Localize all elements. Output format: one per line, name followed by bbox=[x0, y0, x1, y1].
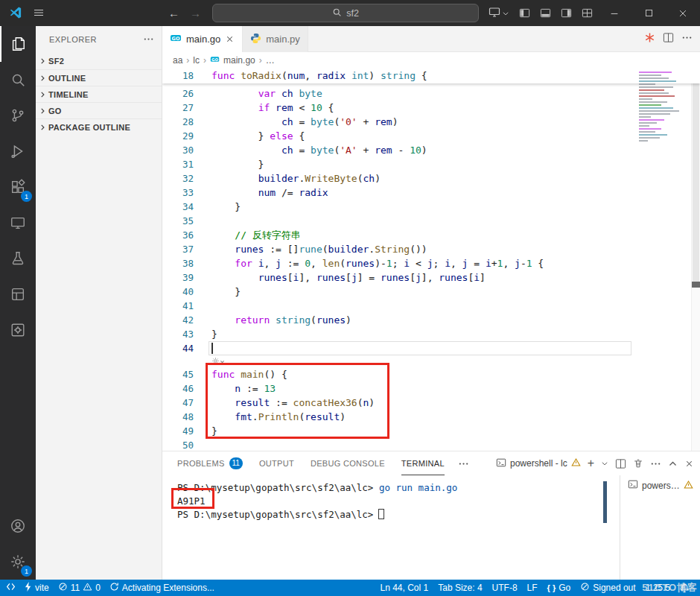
panel-tab-problems[interactable]: PROBLEMS11 bbox=[177, 451, 243, 475]
code-line-40[interactable]: 40 } bbox=[162, 285, 691, 299]
tab-main-go[interactable]: GO main.go bbox=[162, 26, 243, 52]
minimize-button[interactable] bbox=[597, 0, 631, 26]
sidebar-section-outline[interactable]: OUTLINE bbox=[36, 69, 162, 86]
more-actions-icon[interactable] bbox=[143, 34, 154, 46]
more-actions-icon[interactable] bbox=[681, 32, 693, 46]
codelens-row[interactable] bbox=[162, 355, 691, 367]
source-control-icon[interactable] bbox=[0, 98, 36, 133]
terminal-selector[interactable]: powershell - lc bbox=[496, 457, 581, 470]
code-line-27[interactable]: 27 if rem < 10 { bbox=[162, 101, 691, 115]
cursor-position-item[interactable]: Ln 44, Col 1 bbox=[380, 583, 428, 593]
breadcrumb-folder[interactable]: aa bbox=[173, 55, 182, 66]
code-line-35[interactable]: 35 bbox=[162, 214, 691, 228]
code-line-28[interactable]: 28 ch = byte('0' + rem) bbox=[162, 115, 691, 129]
testing-icon[interactable] bbox=[0, 241, 36, 276]
code-line-38[interactable]: 38 for i, j := 0, len(runes)-1; i < j; i… bbox=[162, 256, 691, 270]
code-line-42[interactable]: 42 return string(runes) bbox=[162, 313, 691, 327]
code-line-45[interactable]: 45func main() { bbox=[162, 367, 691, 381]
vite-status-item[interactable]: vite bbox=[25, 582, 49, 594]
settings-gear-icon[interactable]: 1 bbox=[0, 544, 36, 580]
breadcrumb-symbol[interactable]: … bbox=[266, 55, 275, 66]
code-line-37[interactable]: 37 runes := []rune(builder.String()) bbox=[162, 242, 691, 256]
terminal-scrollbar-thumb[interactable] bbox=[603, 481, 607, 523]
panel-tab-terminal[interactable]: TERMINAL bbox=[401, 451, 445, 475]
sidebar-section-go[interactable]: GO bbox=[36, 102, 162, 118]
code-line-43[interactable]: 43} bbox=[162, 327, 691, 341]
code-line-31[interactable]: 31 } bbox=[162, 157, 691, 171]
line-number: 41 bbox=[162, 299, 194, 313]
terminal-list-item[interactable]: powers… bbox=[620, 475, 700, 495]
split-editor-icon[interactable] bbox=[663, 32, 674, 46]
code-line-47[interactable]: 47 result := concatHex36(n) bbox=[162, 396, 691, 410]
split-terminal-icon[interactable] bbox=[615, 458, 626, 469]
more-actions-icon[interactable] bbox=[458, 458, 469, 469]
code-line-44[interactable]: 44 bbox=[162, 341, 691, 355]
encoding-item[interactable]: UTF-8 bbox=[492, 583, 518, 593]
toggle-secondary-sidebar-button[interactable] bbox=[556, 0, 576, 26]
tab-size-item[interactable]: Tab Size: 4 bbox=[438, 583, 482, 593]
run-debug-icon[interactable] bbox=[0, 133, 36, 169]
kill-terminal-icon[interactable] bbox=[633, 458, 643, 469]
scrollbar-thumb[interactable] bbox=[693, 69, 699, 285]
close-tab-icon[interactable] bbox=[225, 34, 235, 44]
maximize-button[interactable] bbox=[631, 0, 666, 26]
code-line-33[interactable]: 33 num /= radix bbox=[162, 186, 691, 200]
code-line-32[interactable]: 32 builder.WriteByte(ch) bbox=[162, 171, 691, 186]
breadcrumb-file[interactable]: main.go bbox=[223, 55, 255, 66]
code-line-36[interactable]: 36 // 反转字符串 bbox=[162, 228, 691, 242]
more-actions-icon[interactable] bbox=[650, 458, 661, 469]
code-line-50[interactable]: 50 bbox=[162, 438, 691, 451]
sidebar-section-package-outline[interactable]: PACKAGE OUTLINE bbox=[36, 118, 162, 135]
menu-hamburger-icon[interactable] bbox=[33, 7, 45, 22]
code-editor[interactable]: 26 var ch byte27 if rem < 10 {28 ch = by… bbox=[162, 69, 700, 451]
maximize-panel-icon[interactable] bbox=[668, 459, 678, 469]
toggle-panel-button[interactable] bbox=[535, 0, 556, 26]
remote-indicator[interactable] bbox=[6, 582, 16, 594]
command-center-search[interactable]: sf2 bbox=[212, 4, 479, 22]
eol-item[interactable]: LF bbox=[527, 583, 538, 593]
activating-extensions-item[interactable]: Activating Extensions... bbox=[109, 582, 214, 594]
terminal-output-area[interactable]: PS D:\mysetup\gopath\src\sf2\aa\lc> go r… bbox=[162, 475, 605, 580]
code-line-49[interactable]: 49} bbox=[162, 424, 691, 438]
line-number: 28 bbox=[162, 115, 194, 129]
breadcrumb-folder[interactable]: lc bbox=[193, 55, 200, 66]
forward-button[interactable]: → bbox=[190, 7, 201, 19]
close-panel-icon[interactable] bbox=[684, 459, 694, 469]
code-line-26[interactable]: 26 var ch byte bbox=[162, 86, 691, 101]
code-line-29[interactable]: 29 } else { bbox=[162, 129, 691, 143]
tab-main-py[interactable]: main.py bbox=[243, 26, 308, 52]
extensions-icon[interactable]: 1 bbox=[0, 169, 36, 205]
code-line-34[interactable]: 34 } bbox=[162, 200, 691, 214]
editor-scrollbar[interactable] bbox=[691, 69, 700, 451]
minimap[interactable] bbox=[633, 70, 691, 212]
signed-out-item[interactable]: Signed out bbox=[580, 582, 635, 594]
toggle-primary-sidebar-button[interactable] bbox=[514, 0, 535, 26]
remote-window-dropdown[interactable] bbox=[484, 0, 514, 26]
terminal-dropdown-icon[interactable] bbox=[601, 460, 608, 467]
codelens-gear-icon[interactable] bbox=[211, 355, 225, 368]
code-line-18[interactable]: 18func toRadix(num, radix int) string { bbox=[162, 69, 700, 83]
customize-layout-button[interactable] bbox=[576, 0, 597, 26]
code-line-30[interactable]: 30 ch = byte('A' + rem - 10) bbox=[162, 143, 691, 157]
code-line-39[interactable]: 39 runes[i], runes[j] = runes[j], runes[… bbox=[162, 270, 691, 285]
app-window-icon[interactable] bbox=[0, 276, 36, 312]
run-code-icon[interactable] bbox=[644, 32, 655, 46]
account-icon[interactable] bbox=[0, 508, 36, 544]
back-button[interactable]: ← bbox=[168, 7, 179, 19]
sidebar-section-timeline[interactable]: TIMELINE bbox=[36, 86, 162, 102]
explorer-icon[interactable] bbox=[0, 26, 36, 62]
gear-square-icon[interactable] bbox=[0, 312, 36, 348]
language-mode-item[interactable]: { } Go bbox=[547, 583, 571, 593]
close-button[interactable] bbox=[666, 0, 700, 26]
panel-tab-output[interactable]: OUTPUT bbox=[259, 451, 294, 475]
problems-status-item[interactable]: 11 0 bbox=[58, 582, 101, 594]
sticky-scroll-line[interactable]: 18func toRadix(num, radix int) string { bbox=[162, 69, 700, 83]
remote-explorer-icon[interactable] bbox=[0, 205, 36, 241]
new-terminal-button[interactable]: + bbox=[588, 457, 594, 469]
sidebar-section-sf2[interactable]: SF2 bbox=[36, 53, 162, 69]
code-line-41[interactable]: 41 bbox=[162, 299, 691, 313]
code-line-46[interactable]: 46 n := 13 bbox=[162, 381, 691, 396]
search-icon[interactable] bbox=[0, 62, 36, 98]
code-line-48[interactable]: 48 fmt.Println(result) bbox=[162, 410, 691, 424]
panel-tab-debug-console[interactable]: DEBUG CONSOLE bbox=[311, 451, 385, 475]
